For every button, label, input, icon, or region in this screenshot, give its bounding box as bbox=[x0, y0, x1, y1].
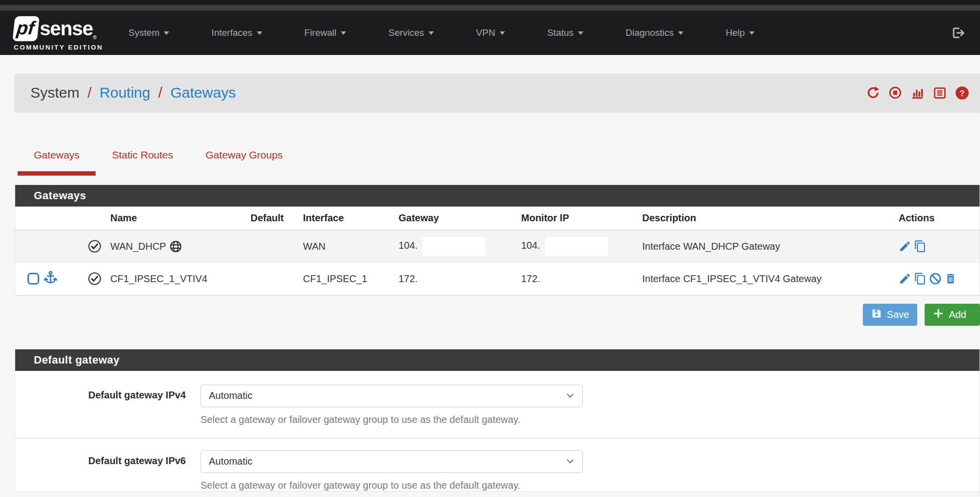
top-navbar: pf sense ® COMMUNITY EDITION System Inte… bbox=[0, 11, 980, 55]
logo-subtitle: COMMUNITY EDITION bbox=[14, 44, 110, 51]
nav-help-label: Help bbox=[726, 27, 745, 38]
default-gateway-panel-title: Default gateway bbox=[15, 349, 980, 371]
svg-text:?: ? bbox=[959, 88, 964, 98]
table-header-row: Name Default Interface Gateway Monitor I… bbox=[15, 207, 980, 230]
breadcrumb-routing-link[interactable]: Routing bbox=[100, 84, 150, 101]
nav-diagnostics[interactable]: Diagnostics bbox=[626, 23, 683, 43]
selected-value: Automatic bbox=[209, 390, 252, 401]
add-button-label: Add bbox=[949, 309, 966, 320]
window-top-edge bbox=[0, 0, 980, 5]
nav-vpn[interactable]: VPN bbox=[476, 23, 505, 43]
help-icon[interactable]: ? bbox=[955, 86, 969, 100]
default-gateway-ipv4-select[interactable]: Automatic bbox=[201, 385, 583, 407]
nav-firewall[interactable]: Firewall bbox=[304, 23, 346, 43]
monitor-ip: 104. bbox=[521, 240, 540, 251]
caret-down-icon bbox=[578, 31, 583, 35]
breadcrumb-system: System bbox=[30, 84, 79, 101]
nav-interfaces-label: Interfaces bbox=[211, 27, 252, 38]
routing-tabs: Gateways Static Routes Gateway Groups bbox=[18, 140, 980, 176]
gateway-description: Interface CF1_IPSEC_1_VTIV4 Gateway bbox=[637, 262, 894, 295]
caret-down-icon bbox=[500, 31, 505, 35]
copy-icon[interactable] bbox=[914, 272, 927, 285]
gateway-interface: CF1_IPSEC_1 bbox=[298, 262, 394, 295]
redacted-ip bbox=[545, 237, 608, 256]
gateway-address: 172. bbox=[394, 262, 516, 295]
tab-gateway-groups[interactable]: Gateway Groups bbox=[189, 140, 299, 176]
table-row-cf1-ipsec: CF1_IPSEC_1_VTIV4 CF1_IPSEC_1 172. 172. … bbox=[15, 262, 980, 295]
action-buttons-row: Save Add bbox=[15, 304, 980, 326]
tab-static-routes[interactable]: Static Routes bbox=[96, 140, 189, 176]
bar-chart-icon[interactable] bbox=[910, 86, 925, 100]
save-button-label: Save bbox=[887, 309, 909, 320]
caret-down-icon bbox=[678, 31, 683, 35]
anchor-icon bbox=[43, 270, 58, 288]
page-action-icons: ? bbox=[866, 86, 969, 100]
save-icon bbox=[871, 308, 882, 321]
gateways-panel-title: Gateways bbox=[15, 185, 980, 207]
table-row-wan-dhcp: WAN_DHCP WAN 104. 104. Interface WAN_DHC… bbox=[15, 230, 980, 262]
breadcrumb-separator: / bbox=[83, 84, 95, 101]
check-circle-icon bbox=[87, 271, 102, 286]
nav-services-label: Services bbox=[388, 27, 424, 38]
gateway-interface: WAN bbox=[298, 230, 394, 262]
logo-pf-badge: pf bbox=[12, 16, 39, 41]
nav-services[interactable]: Services bbox=[388, 23, 434, 43]
logo-registered-mark: ® bbox=[93, 34, 97, 40]
gateway-description: Interface WAN_DHCP Gateway bbox=[637, 230, 894, 262]
sign-out-icon[interactable] bbox=[951, 26, 965, 40]
copy-icon[interactable] bbox=[914, 240, 927, 253]
logo-sense-text: sense bbox=[40, 18, 93, 40]
default-gateway-ipv6-label: Default gateway IPv6 bbox=[15, 450, 186, 491]
gateways-panel: Gateways Name Default Interface Gateway … bbox=[15, 185, 980, 296]
breadcrumb-gateways-link[interactable]: Gateways bbox=[171, 84, 236, 101]
check-circle-icon bbox=[87, 239, 102, 254]
gateway-default bbox=[246, 230, 298, 262]
tab-static-routes-label: Static Routes bbox=[112, 149, 173, 160]
default-gateway-ipv6-select[interactable]: Automatic bbox=[201, 450, 583, 473]
nav-status-label: Status bbox=[547, 27, 574, 38]
trash-icon[interactable] bbox=[944, 272, 957, 285]
selected-value: Automatic bbox=[209, 456, 252, 467]
edit-icon[interactable] bbox=[899, 240, 911, 253]
plus-icon bbox=[933, 308, 944, 321]
chevron-down-icon bbox=[567, 459, 574, 464]
pfsense-logo[interactable]: pf sense ® COMMUNITY EDITION bbox=[14, 16, 110, 51]
stop-circle-icon[interactable] bbox=[888, 86, 902, 100]
default-gateway-ipv6-help: Select a gateway or failover gateway gro… bbox=[201, 480, 583, 491]
breadcrumb-bar: System / Routing / Gateways ? bbox=[15, 74, 980, 112]
col-name: Name bbox=[110, 207, 246, 230]
caret-down-icon bbox=[749, 31, 754, 35]
square-icon[interactable] bbox=[27, 273, 39, 285]
col-monitor-ip: Monitor IP bbox=[516, 207, 637, 230]
refresh-icon[interactable] bbox=[866, 86, 880, 100]
edit-icon[interactable] bbox=[899, 272, 911, 285]
gateways-table: Name Default Interface Gateway Monitor I… bbox=[15, 207, 980, 295]
col-interface: Interface bbox=[298, 207, 394, 230]
caret-down-icon bbox=[428, 31, 434, 35]
tab-gateways-label: Gateways bbox=[34, 149, 79, 160]
nav-diagnostics-label: Diagnostics bbox=[626, 27, 674, 38]
log-list-icon[interactable] bbox=[933, 86, 947, 100]
gateway-name: WAN_DHCP bbox=[110, 241, 166, 252]
nav-system-label: System bbox=[128, 27, 159, 38]
caret-down-icon bbox=[257, 31, 262, 35]
form-row-ipv6: Default gateway IPv6 Automatic Select a … bbox=[15, 438, 980, 491]
gateway-address: 104. bbox=[399, 240, 418, 251]
nav-status[interactable]: Status bbox=[547, 23, 583, 43]
ban-icon[interactable] bbox=[929, 272, 942, 285]
col-actions: Actions bbox=[894, 207, 980, 230]
nav-interfaces[interactable]: Interfaces bbox=[211, 23, 262, 43]
caret-down-icon bbox=[341, 31, 346, 35]
window-title-strip bbox=[0, 5, 980, 11]
default-gateway-ipv4-label: Default gateway IPv4 bbox=[15, 385, 186, 425]
tab-gateways[interactable]: Gateways bbox=[18, 140, 96, 176]
caret-down-icon bbox=[164, 31, 169, 35]
add-button[interactable]: Add bbox=[925, 304, 980, 326]
save-button[interactable]: Save bbox=[863, 304, 918, 326]
breadcrumb: System / Routing / Gateways bbox=[30, 84, 236, 101]
col-gateway: Gateway bbox=[394, 207, 516, 230]
col-default: Default bbox=[246, 207, 298, 230]
nav-vpn-label: VPN bbox=[476, 27, 495, 38]
nav-system[interactable]: System bbox=[128, 23, 169, 43]
nav-help[interactable]: Help bbox=[726, 23, 754, 43]
